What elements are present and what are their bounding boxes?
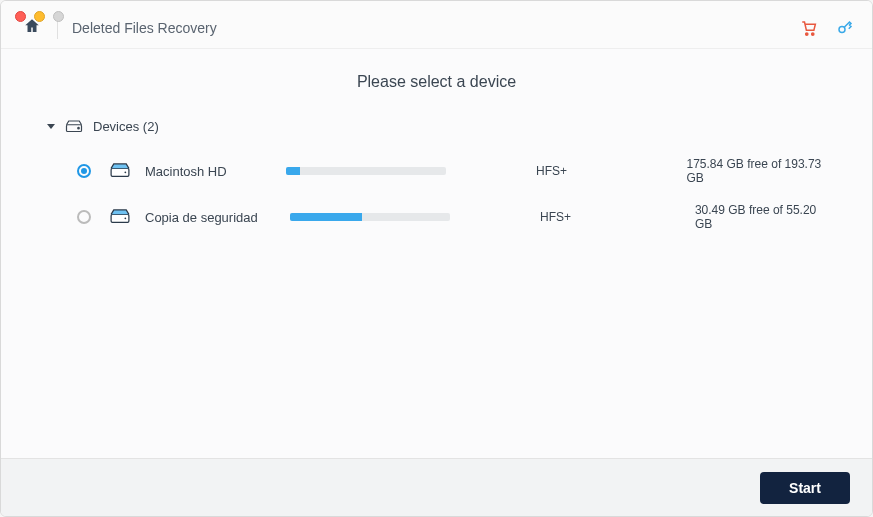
- device-filesystem: HFS+: [540, 210, 685, 224]
- content-area: Please select a device Devices (2) Macin…: [1, 49, 872, 458]
- key-icon: [836, 19, 854, 37]
- drive-group-icon: [65, 120, 83, 134]
- svg-point-1: [812, 32, 814, 34]
- svg-point-8: [124, 217, 126, 219]
- device-radio[interactable]: [77, 164, 91, 178]
- close-window-button[interactable]: [15, 11, 26, 22]
- device-free-text: 175.84 GB free of 193.73 GB: [686, 157, 832, 185]
- minimize-window-button[interactable]: [34, 11, 45, 22]
- activate-key-button[interactable]: [836, 19, 854, 37]
- window-controls: [15, 11, 64, 22]
- usage-bar: [290, 213, 450, 221]
- drive-icon: [109, 209, 131, 225]
- svg-point-4: [78, 127, 80, 129]
- usage-bar-fill: [290, 213, 362, 221]
- titlebar: Deleted Files Recovery: [1, 1, 872, 49]
- drive-icon: [109, 163, 131, 179]
- device-row[interactable]: Copia de seguridadHFS+30.49 GB free of 5…: [41, 194, 832, 240]
- start-button[interactable]: Start: [760, 472, 850, 504]
- top-actions: [800, 19, 854, 37]
- device-row[interactable]: Macintosh HDHFS+175.84 GB free of 193.73…: [41, 148, 832, 194]
- devices-group-header[interactable]: Devices (2): [47, 119, 832, 134]
- svg-point-6: [124, 171, 126, 173]
- cart-icon: [800, 19, 818, 37]
- device-name: Copia de seguridad: [145, 210, 280, 225]
- device-name: Macintosh HD: [145, 164, 276, 179]
- cart-button[interactable]: [800, 19, 818, 37]
- svg-point-0: [806, 32, 808, 34]
- device-free-text: 30.49 GB free of 55.20 GB: [695, 203, 832, 231]
- app-window: Deleted Files Recovery Please select a d…: [0, 0, 873, 517]
- usage-bar-fill: [286, 167, 300, 175]
- footer: Start: [1, 458, 872, 516]
- devices-group-label: Devices (2): [93, 119, 159, 134]
- device-list: Macintosh HDHFS+175.84 GB free of 193.73…: [41, 148, 832, 240]
- maximize-window-button[interactable]: [53, 11, 64, 22]
- device-filesystem: HFS+: [536, 164, 676, 178]
- svg-point-2: [839, 26, 845, 32]
- content-heading: Please select a device: [41, 73, 832, 91]
- usage-bar: [286, 167, 446, 175]
- page-title: Deleted Files Recovery: [72, 20, 217, 36]
- device-radio[interactable]: [77, 210, 91, 224]
- chevron-down-icon: [47, 124, 55, 129]
